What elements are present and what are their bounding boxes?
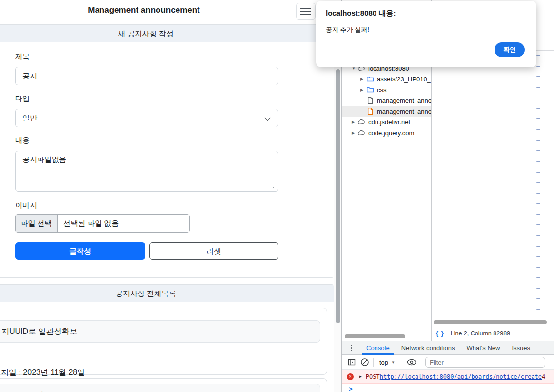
hamburger-icon — [300, 8, 311, 9]
console-prompt-chevron[interactable]: > — [349, 385, 353, 392]
line-wrap-marker — [536, 150, 540, 151]
title-label: 제목 — [15, 52, 30, 61]
code-line — [551, 245, 554, 252]
web-page: Management announcement 새 공지사항 작성 제목 타입 … — [0, 0, 341, 392]
code-line — [551, 110, 554, 117]
cloud-icon — [357, 129, 365, 137]
code-line — [551, 89, 554, 96]
code-content: i.cros e) r. o = fu re } } , — [551, 53, 554, 323]
file-selected-text: 선택된 파일 없음 — [58, 219, 119, 228]
type-select[interactable]: 일반 — [15, 109, 278, 127]
list-item-date: 지일 : 2023년 11월 28일 — [1, 368, 85, 378]
triangle-right-icon[interactable]: ▶ — [352, 131, 357, 135]
context-selector[interactable]: top — [379, 359, 388, 366]
console-error-row: × ▶ POST http://localhost:8080/api/board… — [342, 370, 554, 384]
list-item[interactable]: 일UUID추가 확인 — [0, 378, 327, 392]
code-line: } — [551, 252, 554, 259]
triangle-right-icon[interactable]: ▶ — [360, 77, 366, 81]
tree-item-code-jquery-com[interactable]: ▶code.jquery.com — [342, 127, 432, 138]
caret-down-icon[interactable]: ▼ — [391, 360, 395, 365]
line-wrap-marker — [536, 214, 540, 215]
hamburger-menu-button[interactable] — [296, 3, 316, 20]
line-wrap-marker — [536, 309, 540, 310]
drawer-tab-network-conditions[interactable]: Network conditions — [401, 341, 455, 355]
code-line: } — [551, 287, 554, 294]
drawer-tab-console[interactable]: Console — [366, 341, 390, 355]
console-sidebar-toggle-icon[interactable] — [348, 358, 356, 366]
drawer-tab-bar: ConsoleNetwork conditionsWhat's NewIssue… — [342, 341, 554, 355]
file-orange-icon — [366, 107, 374, 115]
code-line: e) — [551, 60, 554, 68]
tree-item-management-anno[interactable]: management_anno — [342, 106, 432, 117]
line-wrap-marker — [536, 108, 540, 109]
line-wrap-marker — [536, 129, 540, 130]
code-line: } catc — [551, 223, 554, 231]
drawer-tab-what-s-new[interactable]: What's New — [467, 341, 500, 355]
submit-button[interactable]: 글작성 — [15, 242, 145, 260]
content-label: 내용 — [15, 136, 30, 145]
clear-console-icon[interactable] — [360, 358, 369, 367]
file-input[interactable]: 파일 선택 선택된 파일 없음 — [15, 214, 190, 233]
image-label: 이미지 — [15, 201, 37, 210]
tree-item-management-anno[interactable]: management_anno — [342, 95, 432, 106]
line-wrap-marker — [536, 193, 540, 194]
expand-triangle-icon[interactable]: ▶ — [359, 374, 362, 379]
code-line: , — [551, 195, 554, 202]
editor-hscrollbar-thumb[interactable] — [434, 320, 547, 324]
line-wrap-marker — [536, 298, 540, 299]
triangle-right-icon[interactable]: ▶ — [360, 88, 366, 92]
tree-item-assets-23-hp010-[interactable]: ▶assets/23_HP010_ — [342, 74, 432, 84]
code-line: o = ob — [551, 202, 554, 209]
console-filter-input[interactable] — [425, 357, 545, 368]
dialog-confirm-button[interactable]: 확인 — [495, 42, 525, 57]
page-header: Management announcement — [0, 0, 341, 22]
list-item-title: 일UUID추가 확인 — [0, 384, 320, 392]
line-wrap-marker — [536, 246, 540, 247]
file-icon — [366, 97, 374, 104]
triangle-right-icon[interactable]: ▶ — [352, 120, 357, 124]
title-input[interactable] — [15, 67, 278, 85]
page-scrollbar-track[interactable] — [334, 22, 341, 392]
editor-status-bar: { } Line 2, Column 82989 — [432, 326, 554, 341]
content-textarea[interactable]: 공지파일없음 — [15, 151, 278, 192]
console-toolbar: top ▼ — [342, 355, 554, 370]
braces-icon: { } — [436, 330, 444, 337]
code-line — [551, 117, 554, 124]
cloud-icon — [357, 118, 365, 126]
line-wrap-marker — [536, 98, 540, 98]
code-line: o = fu — [551, 75, 554, 82]
code-line: } — [551, 188, 554, 195]
live-expression-eye-icon[interactable] — [406, 358, 417, 366]
tree-item-css[interactable]: ▶css — [342, 84, 432, 95]
line-wrap-marker — [536, 76, 540, 77]
line-wrap-marker — [536, 235, 540, 236]
folder-icon — [366, 86, 374, 94]
reset-button[interactable]: 리셋 — [149, 242, 278, 260]
page-scrollbar-thumb[interactable] — [336, 69, 340, 323]
line-wrap-marker — [536, 172, 540, 173]
line-wrap-marker — [536, 288, 540, 289]
code-line: S.ajaxPrefilter(functi — [551, 301, 554, 309]
drawer-tab-issues[interactable]: Issues — [512, 341, 530, 355]
code-line: } — [551, 131, 554, 138]
navigator-hscrollbar-thumb[interactable] — [345, 334, 405, 338]
code-line: e.crossDomain && ( — [551, 309, 554, 316]
line-wrap-marker — [536, 87, 540, 88]
list-item[interactable]: 지UUID로 일관성확보 지일 : 2023년 11월 28일 — [0, 308, 327, 375]
code-line: r. — [551, 216, 554, 224]
code-line: r.onlo — [551, 145, 554, 153]
type-label: 타입 — [15, 94, 30, 103]
tree-item-cdn-jsdelivr-net[interactable]: ▶cdn.jsdelivr.net — [342, 117, 432, 127]
type-select-value: 일반 — [22, 114, 37, 122]
code-line — [551, 174, 554, 181]
error-icon: × — [347, 373, 354, 380]
error-url-link[interactable]: http://localhost:8080/api/boards/notice/… — [380, 373, 542, 380]
resize-grip-icon[interactable] — [273, 187, 277, 192]
code-line: r. — [551, 67, 554, 75]
code-line: } — [551, 280, 554, 288]
code-line: a = r. — [551, 153, 554, 160]
file-select-button[interactable]: 파일 선택 — [16, 215, 58, 232]
more-options-icon[interactable] — [348, 345, 355, 351]
code-line: if — [551, 231, 554, 238]
folder-icon — [366, 75, 374, 83]
